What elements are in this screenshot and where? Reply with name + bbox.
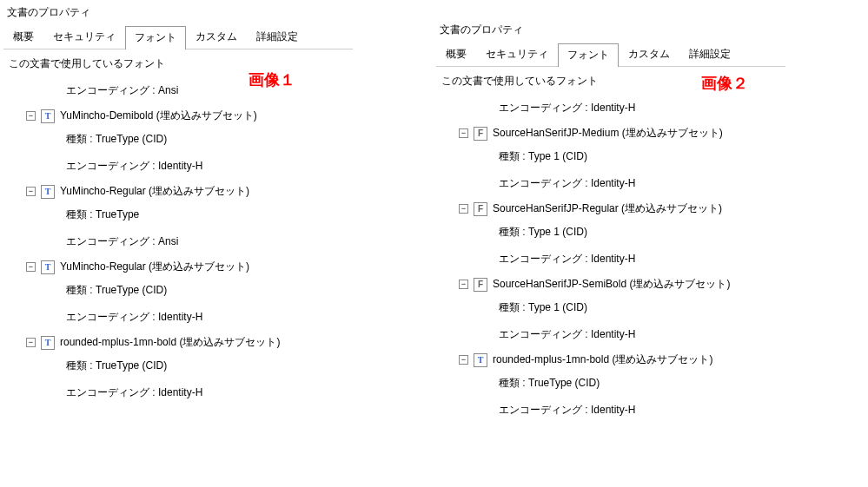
collapse-icon[interactable]: − <box>459 280 468 289</box>
type1-icon <box>474 202 487 216</box>
tab-fonts[interactable]: フォント <box>125 26 186 49</box>
font-encoding: エンコーディング : Identity-H <box>499 95 780 122</box>
tab-summary[interactable]: 概要 <box>3 25 43 49</box>
tabs-bar: 概要 セキュリティ フォント カスタム 詳細設定 <box>3 27 353 49</box>
font-node[interactable]: − YuMincho-Demibold (埋め込みサブセット) <box>26 105 348 127</box>
font-type: 種類 : Type 1 (CID) <box>499 295 780 322</box>
truetype-icon <box>41 260 55 274</box>
tabs-bar: 概要 セキュリティ フォント カスタム 詳細設定 <box>436 44 785 67</box>
truetype-icon <box>41 185 55 199</box>
tab-custom[interactable]: カスタム <box>619 43 679 66</box>
collapse-icon[interactable]: − <box>26 187 36 196</box>
tab-fonts[interactable]: フォント <box>558 43 619 67</box>
font-tree: エンコーディング : Ansi − YuMincho-Demibold (埋め込… <box>26 78 348 407</box>
tab-custom[interactable]: カスタム <box>186 25 247 49</box>
font-encoding: エンコーディング : Identity-H <box>66 305 348 332</box>
font-name: SourceHanSerifJP-Regular (埋め込みサブセット) <box>493 201 722 216</box>
fonts-content: この文書で使用しているフォント エンコーディング : Ansi − YuMinc… <box>0 49 356 414</box>
font-name: rounded-mplus-1mn-bold (埋め込みサブセット) <box>493 352 712 367</box>
truetype-icon <box>41 109 55 123</box>
window-title: 文書のプロパティ <box>433 17 789 44</box>
tab-security[interactable]: セキュリティ <box>43 25 125 49</box>
tab-advanced[interactable]: 詳細設定 <box>679 43 740 66</box>
font-encoding: エンコーディング : Identity-H <box>499 247 780 273</box>
font-encoding: エンコーディング : Identity-H <box>66 154 348 181</box>
font-node[interactable]: − SourceHanSerifJP-Medium (埋め込みサブセット) <box>459 122 780 144</box>
font-encoding: エンコーディング : Identity-H <box>499 322 780 349</box>
font-node[interactable]: − rounded-mplus-1mn-bold (埋め込みサブセット) <box>459 349 780 371</box>
font-name: YuMincho-Demibold (埋め込みサブセット) <box>60 109 257 123</box>
font-name: SourceHanSerifJP-Medium (埋め込みサブセット) <box>493 126 723 141</box>
section-label: この文書で使用しているフォント <box>9 56 348 71</box>
font-type: 種類 : TrueType <box>66 202 348 229</box>
fonts-content: この文書で使用しているフォント エンコーディング : Identity-H − … <box>433 67 789 431</box>
font-type: 種類 : TrueType (CID) <box>66 127 348 154</box>
overlay-label-1: 画像１ <box>248 69 295 90</box>
font-name: YuMincho-Regular (埋め込みサブセット) <box>60 184 249 199</box>
font-node[interactable]: − YuMincho-Regular (埋め込みサブセット) <box>26 256 348 278</box>
font-node[interactable]: − rounded-mplus-1mn-bold (埋め込みサブセット) <box>26 332 348 353</box>
type1-icon <box>474 278 487 292</box>
font-name: SourceHanSerifJP-SemiBold (埋め込みサブセット) <box>493 277 730 292</box>
collapse-icon[interactable]: − <box>459 355 468 365</box>
font-encoding: エンコーディング : Identity-H <box>66 380 348 407</box>
font-encoding: エンコーディング : Ansi <box>66 78 348 105</box>
font-type: 種類 : Type 1 (CID) <box>499 144 780 171</box>
font-type: 種類 : TrueType (CID) <box>499 371 780 398</box>
font-tree: エンコーディング : Identity-H − SourceHanSerifJP… <box>459 95 780 424</box>
type1-icon <box>474 127 487 141</box>
font-node[interactable]: − YuMincho-Regular (埋め込みサブセット) <box>26 181 348 202</box>
collapse-icon[interactable]: − <box>459 204 468 214</box>
tab-advanced[interactable]: 詳細設定 <box>247 25 308 49</box>
document-properties-dialog-left: 文書のプロパティ 概要 セキュリティ フォント カスタム 詳細設定 この文書で使… <box>0 0 356 414</box>
font-type: 種類 : Type 1 (CID) <box>499 220 780 247</box>
font-type: 種類 : TrueType (CID) <box>66 278 348 305</box>
font-encoding: エンコーディング : Identity-H <box>499 398 780 424</box>
font-type: 種類 : TrueType (CID) <box>66 353 348 380</box>
overlay-label-2: 画像２ <box>701 73 748 94</box>
font-node[interactable]: − SourceHanSerifJP-SemiBold (埋め込みサブセット) <box>459 273 780 295</box>
truetype-icon <box>41 336 55 350</box>
collapse-icon[interactable]: − <box>459 128 468 138</box>
tab-security[interactable]: セキュリティ <box>476 43 558 66</box>
font-node[interactable]: − SourceHanSerifJP-Regular (埋め込みサブセット) <box>459 198 780 220</box>
truetype-icon <box>474 353 487 367</box>
font-name: YuMincho-Regular (埋め込みサブセット) <box>60 260 249 274</box>
collapse-icon[interactable]: − <box>26 338 36 347</box>
window-title: 文書のプロパティ <box>0 0 356 27</box>
collapse-icon[interactable]: − <box>26 262 36 272</box>
font-encoding: エンコーディング : Ansi <box>66 229 348 256</box>
font-encoding: エンコーディング : Identity-H <box>499 171 780 198</box>
font-name: rounded-mplus-1mn-bold (埋め込みサブセット) <box>60 335 280 350</box>
tab-summary[interactable]: 概要 <box>436 43 476 66</box>
collapse-icon[interactable]: − <box>26 111 36 121</box>
